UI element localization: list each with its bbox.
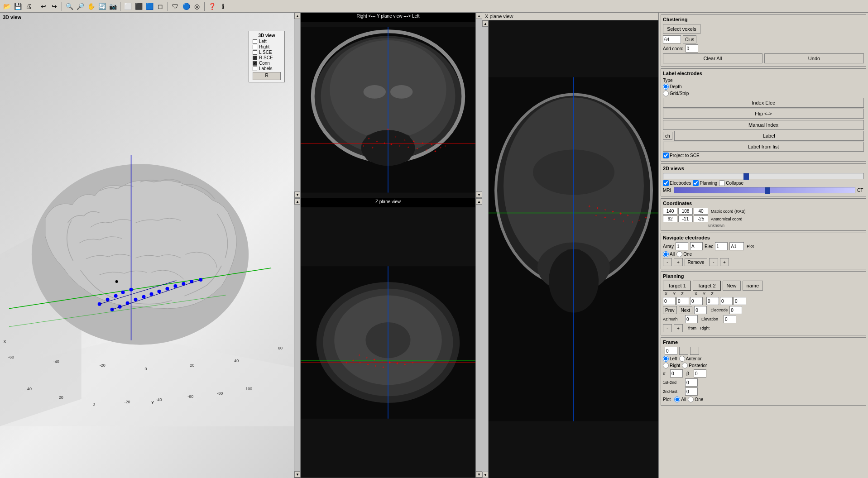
nav-minus-btn[interactable]: - [663,258,672,266]
frame-one-radio[interactable] [688,397,694,402]
scroll-up-r[interactable]: ▲ [476,13,482,19]
nav-all-radio[interactable] [663,251,669,257]
right-radio-label[interactable]: Right [663,363,680,368]
toolbar-rotate[interactable]: 🔄 [97,1,107,11]
undo-btn[interactable]: Undo [764,53,864,63]
clustering-value1-input[interactable] [663,35,681,43]
t2-y-input[interactable] [720,297,733,305]
frame-all-radio[interactable] [674,397,680,402]
view3d-canvas[interactable]: x y 60 40 20 0 -20 -40 -60 40 20 0 -20 -… [0,13,294,478]
xplane-image[interactable]: + + + + + + + + + + + + + [489,20,658,478]
planning-check[interactable] [693,180,699,186]
frame-all-radio-label[interactable]: All [674,397,686,402]
toolbar-fill[interactable]: ⬛ [134,1,144,11]
planning-check-label[interactable]: Planning [693,180,717,186]
mri-z-image[interactable]: + + + + + + + + + + + + + + [301,207,475,478]
array-input[interactable] [676,242,688,250]
frame-plus-btn[interactable] [679,347,688,355]
depth-radio[interactable] [663,84,669,90]
target1-btn[interactable]: Target 1 [663,281,691,291]
toolbar-select[interactable]: 🟦 [144,1,154,11]
toolbar-pan[interactable]: ✋ [86,1,96,11]
toolbar-snapshot[interactable]: 📷 [108,1,118,11]
mri-z-scroll-left[interactable]: ▲ ▼ [294,198,301,478]
electrode-value-input[interactable] [729,306,742,314]
nav-all-radio-label[interactable]: All [663,251,675,257]
label-from-list-btn[interactable]: Label from list [663,142,864,152]
legend-left-check[interactable] [253,39,257,44]
t1-z-input[interactable] [690,297,703,305]
manual-index-btn[interactable]: Manual Index [663,120,864,130]
z-scroll-down[interactable]: ▼ [294,471,301,478]
nav-minus2-btn[interactable]: - [709,258,718,266]
z-scroll-up[interactable]: ▲ [294,198,301,205]
grid-strip-radio[interactable] [663,91,669,96]
toolbar-redo[interactable]: ↪ [49,1,59,11]
clear-all-btn[interactable]: Clear All [663,53,762,63]
n-input[interactable] [665,347,677,355]
toolbar-target[interactable]: ◎ [192,1,202,11]
z-scroll-up-r[interactable]: ▲ [476,198,482,205]
name-btn[interactable]: name [743,281,763,291]
nav-plus2-btn[interactable]: + [720,258,729,266]
electrodes-check-label[interactable]: Electrodes [663,180,691,186]
toolbar-print[interactable]: 🖨 [24,1,34,11]
toolbar-shield[interactable]: 🛡 [170,1,180,11]
next-value-input[interactable] [694,306,707,314]
left-radio-label[interactable]: Left [663,356,677,362]
legend-right-check[interactable] [253,45,257,49]
mri-slider[interactable] [674,187,855,193]
planning-minus-btn[interactable]: - [663,324,672,332]
nav-one-radio[interactable] [676,251,682,257]
scroll-up-btn[interactable]: ▲ [294,13,301,19]
legend-labels-check[interactable] [253,67,257,71]
second-last-input[interactable] [685,387,698,396]
t1-x-input[interactable] [663,297,676,305]
xplane-scroll-left[interactable]: ▲ ▼ [482,20,489,478]
xplane-scroll-down[interactable]: ▼ [482,472,489,478]
anterior-radio[interactable] [679,356,685,362]
toolbar-info[interactable]: ℹ [218,1,228,11]
scroll-down-r[interactable]: ▼ [476,191,482,198]
beta-input[interactable] [694,369,706,378]
flip-btn[interactable]: Flip <-> [663,109,864,119]
alpha-input[interactable] [670,369,683,378]
collapse-check[interactable] [719,180,725,186]
project-sce-label[interactable]: Project to SCE [663,153,700,158]
mri-y-scroll-right[interactable]: ▲ ▼ [475,13,482,198]
prev-btn[interactable]: Prev [663,306,677,314]
planning-plus-btn[interactable]: + [674,324,683,332]
target2-btn[interactable]: Target 2 [693,281,721,291]
t2-x-input[interactable] [706,297,719,305]
anterior-radio-label[interactable]: Anterior [679,356,702,362]
legend-lsce-check[interactable] [253,50,257,55]
collapse-check-label[interactable]: Collapse [719,180,743,186]
select-voxels-btn[interactable]: Select voxels [663,24,700,34]
toolbar-save[interactable]: 💾 [13,1,23,11]
mri-y-image[interactable]: + + + + + + + + + + + + + + + [301,22,475,198]
index-elec-btn[interactable]: Index Elec [663,98,864,108]
new-btn[interactable]: New [723,281,741,291]
depth-radio-label[interactable]: Depth [663,84,682,90]
label-btn[interactable]: Label [674,131,864,141]
project-sce-check[interactable] [663,153,669,158]
clus-btn[interactable]: Clus [683,35,696,43]
t2-z-input[interactable] [734,297,746,305]
ch-btn[interactable]: ch [663,132,672,140]
remove-btn[interactable]: Remove [685,258,707,266]
left-radio[interactable] [663,356,669,362]
posterior-radio-label[interactable]: Posterior [682,363,707,368]
right-radio[interactable] [663,363,669,368]
legend-r-btn[interactable]: R [253,72,281,80]
toolbar-help[interactable]: ❓ [207,1,217,11]
toolbar-circle[interactable]: 🔵 [181,1,191,11]
toolbar-zoom-in[interactable]: 🔍 [64,1,74,11]
grid-strip-radio-label[interactable]: Grid/Strip [663,91,689,96]
first-second-input[interactable] [685,378,698,387]
xplane-view[interactable]: ▲ ▼ [482,20,658,478]
array-letter-input[interactable] [690,242,703,250]
next-btn[interactable]: Next [679,306,693,314]
add-coord-input[interactable] [686,44,698,53]
t1-y-input[interactable] [676,297,689,305]
mri-y-scroll-left[interactable]: ▲ ▼ [294,13,301,198]
